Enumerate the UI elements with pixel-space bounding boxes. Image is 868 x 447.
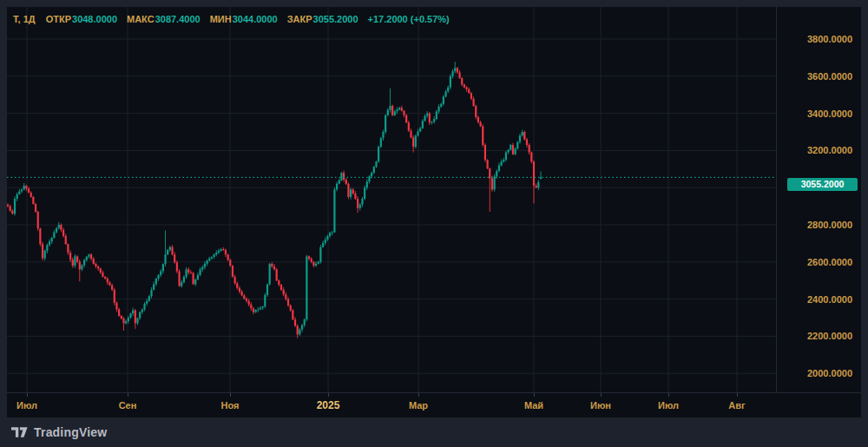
legend-low-value: 3044.0000 — [233, 14, 278, 24]
tradingview-logo-icon — [11, 426, 28, 438]
price-tick-label: 2800.0000 — [807, 219, 852, 231]
time-axis-tick — [27, 393, 28, 397]
chart-widget: Т, 1Д ОТКР 3048.0000 МАКС 3087.4000 МИН … — [7, 7, 861, 417]
legend-high-label: МАКС — [127, 14, 155, 24]
time-axis-label: Авг — [728, 398, 745, 412]
time-axis-tick — [534, 393, 535, 397]
bottom-bar: TradingView — [0, 417, 868, 447]
time-axis-tick — [128, 393, 128, 397]
legend-open-label: ОТКР — [46, 14, 71, 24]
time-axis-tick — [601, 393, 602, 397]
candlestick-chart-pane[interactable] — [7, 7, 861, 392]
legend-high-value: 3087.4000 — [155, 14, 201, 24]
price-tick-label: 2200.0000 — [807, 330, 852, 342]
legend-high: МАКС 3087.4000 — [127, 14, 201, 24]
legend-open: ОТКР 3048.0000 — [46, 14, 117, 24]
price-tick-label: 3800.0000 — [807, 33, 852, 45]
price-tick-label: 2400.0000 — [807, 293, 852, 306]
price-tick-label: 3400.0000 — [807, 108, 852, 120]
time-axis-label: Июн — [590, 398, 611, 412]
legend-symbol-interval[interactable]: Т, 1Д — [13, 14, 36, 24]
time-axis-tick — [668, 393, 669, 397]
legend-low-label: МИН — [210, 14, 232, 24]
price-tick-label: 2600.0000 — [807, 256, 852, 268]
price-axis[interactable]: 3800.00003600.00003400.00003200.00003000… — [776, 7, 861, 392]
legend-open-value: 3048.0000 — [72, 14, 117, 24]
legend-low: МИН 3044.0000 — [210, 14, 278, 24]
time-axis-tick — [737, 393, 738, 397]
time-axis-label: Июл — [658, 398, 679, 412]
legend-close-value: 3055.2000 — [313, 14, 358, 24]
tradingview-logo[interactable]: TradingView — [11, 425, 107, 439]
chart-legend: Т, 1Д ОТКР 3048.0000 МАКС 3087.4000 МИН … — [13, 12, 450, 26]
legend-close-label: ЗАКР — [287, 14, 312, 24]
time-axis-label: Май — [524, 398, 543, 412]
tradingview-logo-text: TradingView — [34, 425, 107, 439]
time-axis-tick — [230, 393, 231, 397]
legend-change: +17.2000 (+0.57%) — [368, 14, 450, 24]
time-axis-label: Ноя — [221, 398, 240, 412]
price-tick-label: 3200.0000 — [807, 144, 852, 156]
time-axis-label: Мар — [409, 398, 428, 412]
time-axis-tick — [328, 393, 329, 397]
time-axis-label: 2025 — [317, 398, 340, 412]
time-axis-label: Сен — [119, 398, 137, 412]
current-price-badge: 3055.2000 — [787, 178, 858, 191]
time-axis[interactable]: ИюлСенНоя2025МарМайИюнИюлАвг — [7, 392, 861, 417]
price-tick-label: 3600.0000 — [807, 70, 852, 82]
time-axis-tick — [418, 393, 419, 397]
tradingview-chart-screen: Т, 1Д ОТКР 3048.0000 МАКС 3087.4000 МИН … — [0, 0, 868, 447]
legend-close: ЗАКР 3055.2000 — [287, 14, 358, 24]
price-tick-label: 2000.0000 — [807, 367, 852, 379]
time-axis-label: Июл — [16, 398, 37, 412]
